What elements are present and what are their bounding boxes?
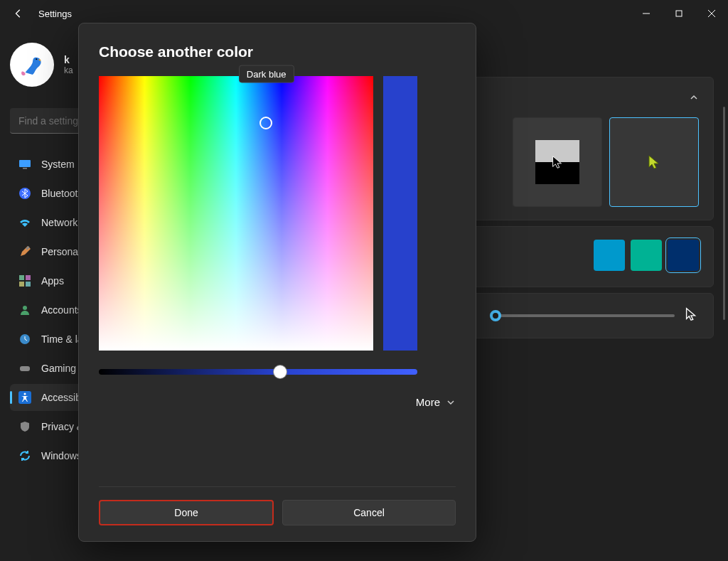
svg-rect-12: [19, 282, 24, 287]
color-swatch[interactable]: [668, 240, 699, 271]
avatar: [10, 43, 54, 87]
done-button[interactable]: Done: [99, 500, 274, 525]
color-tooltip: Dark blue: [239, 65, 294, 83]
chevron-up-icon: [689, 92, 699, 102]
pointer-style-inverted[interactable]: [513, 117, 602, 207]
maximize-button[interactable]: [663, 0, 695, 27]
bluetooth-icon: [18, 187, 31, 200]
apps-icon: [18, 274, 31, 287]
gamepad-icon: [18, 362, 31, 375]
svg-point-5: [36, 58, 37, 60]
saturation-field[interactable]: Dark blue: [99, 76, 373, 351]
sidebar-item-label: Gaming: [41, 363, 76, 374]
color-swatch[interactable]: [631, 240, 662, 271]
cancel-button[interactable]: Cancel: [282, 500, 456, 525]
svg-rect-7: [23, 168, 27, 169]
hue-thumb[interactable]: [274, 365, 287, 378]
accessibility-icon: [18, 391, 31, 404]
wifi-icon: [18, 216, 31, 229]
update-icon: [18, 449, 31, 462]
inverted-preview: [535, 140, 579, 184]
svg-point-14: [23, 306, 27, 310]
sidebar-item-label: Apps: [41, 275, 64, 287]
minimize-button[interactable]: [630, 0, 663, 27]
svg-rect-13: [26, 282, 31, 287]
svg-rect-11: [26, 275, 31, 280]
svg-rect-6: [19, 160, 31, 167]
cursor-icon: [646, 154, 663, 171]
scrollbar[interactable]: [723, 107, 725, 320]
user-name: k: [64, 54, 73, 65]
dialog-title: Choose another color: [99, 43, 456, 60]
hue-slider[interactable]: [99, 369, 417, 375]
color-swatch[interactable]: [594, 240, 625, 271]
pointer-style-custom[interactable]: [609, 117, 699, 207]
monitor-icon: [18, 158, 31, 171]
chevron-down-icon: [446, 397, 456, 407]
svg-rect-16: [20, 366, 30, 371]
close-button[interactable]: [695, 0, 728, 27]
color-picker-dialog: Choose another color Dark blue More Done…: [78, 23, 476, 542]
svg-point-18: [24, 393, 26, 395]
back-button[interactable]: [6, 3, 31, 24]
size-slider[interactable]: [490, 314, 675, 317]
value-slider[interactable]: [383, 76, 417, 351]
sidebar-item-label: Accounts: [41, 304, 82, 316]
svg-rect-1: [676, 11, 682, 16]
slider-thumb[interactable]: [490, 310, 501, 321]
saturation-handle[interactable]: [259, 117, 272, 129]
shield-icon: [18, 420, 31, 433]
app-title: Settings: [38, 9, 72, 19]
more-toggle[interactable]: More: [99, 396, 456, 408]
svg-rect-10: [19, 275, 24, 280]
person-icon: [18, 304, 31, 316]
brush-icon: [18, 245, 31, 258]
user-email: ka: [64, 65, 73, 75]
sidebar-item-label: System: [41, 159, 75, 170]
window-controls: [630, 0, 728, 27]
clock-icon: [18, 333, 31, 346]
cursor-large-icon: [683, 306, 699, 325]
more-label: More: [416, 396, 440, 408]
